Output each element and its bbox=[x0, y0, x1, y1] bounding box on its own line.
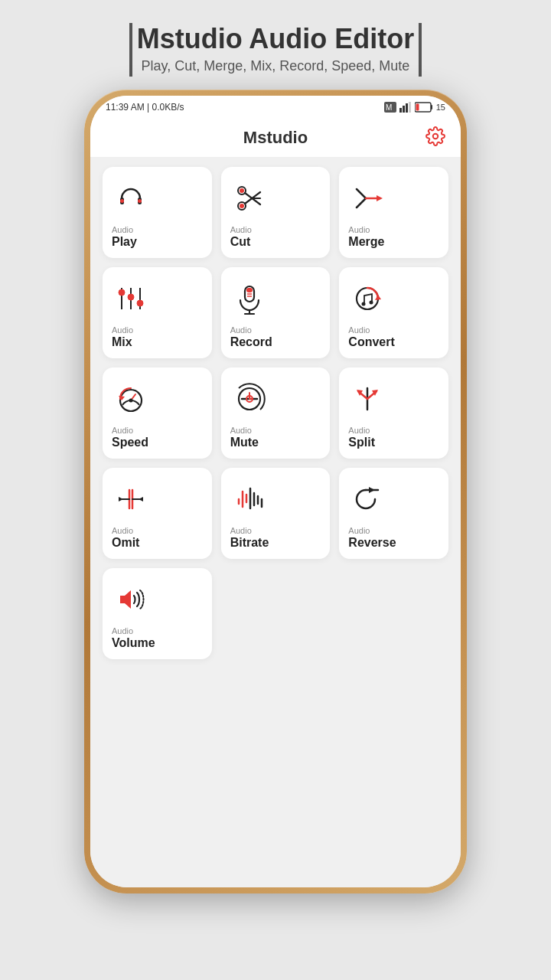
mute-label-main: Mute bbox=[230, 436, 259, 449]
volume-label-main: Volume bbox=[112, 636, 155, 650]
phone-inner: 11:39 AM | 0.0KB/s M bbox=[90, 96, 461, 887]
svg-marker-35 bbox=[375, 295, 381, 300]
merge-icon bbox=[348, 179, 386, 217]
svg-rect-2 bbox=[399, 108, 402, 113]
svg-rect-29 bbox=[246, 288, 253, 292]
svg-rect-3 bbox=[403, 106, 405, 113]
play-label-top: Audio bbox=[112, 225, 133, 234]
split-label-top: Audio bbox=[348, 426, 370, 435]
svg-marker-21 bbox=[377, 195, 383, 201]
svg-point-17 bbox=[240, 188, 244, 193]
svg-rect-12 bbox=[120, 199, 124, 203]
svg-point-40 bbox=[129, 399, 133, 403]
grid-item-mute[interactable]: Audio Mute bbox=[221, 368, 331, 459]
status-time: 11:39 AM | 0.0KB/s bbox=[106, 102, 184, 113]
cut-icon bbox=[230, 179, 269, 217]
record-icon bbox=[230, 279, 269, 318]
grid-item-split[interactable]: Audio Split bbox=[339, 368, 448, 459]
phone-frame: 11:39 AM | 0.0KB/s M bbox=[84, 90, 467, 893]
record-label-top: Audio bbox=[230, 325, 252, 335]
grid-item-record[interactable]: Audio Record bbox=[221, 267, 331, 358]
svg-point-25 bbox=[119, 289, 125, 296]
grid-item-bitrate[interactable]: Audio Bitrate bbox=[221, 468, 331, 559]
mix-label-top: Audio bbox=[112, 325, 133, 335]
volume-label-top: Audio bbox=[112, 626, 133, 635]
grid-item-convert[interactable]: Audio Convert bbox=[339, 267, 448, 358]
play-icon bbox=[112, 179, 150, 217]
bitrate-label-top: Audio bbox=[230, 526, 252, 535]
omit-label-top: Audio bbox=[112, 526, 133, 535]
svg-marker-53 bbox=[139, 497, 143, 501]
cut-label-main: Cut bbox=[230, 235, 251, 249]
svg-point-37 bbox=[370, 301, 373, 305]
bitrate-label-main: Bitrate bbox=[230, 536, 269, 550]
convert-icon bbox=[348, 279, 386, 318]
record-label-main: Record bbox=[230, 335, 272, 349]
svg-point-16 bbox=[240, 204, 244, 208]
grid-item-cut[interactable]: Audio Cut bbox=[221, 167, 331, 258]
svg-point-9 bbox=[433, 134, 439, 139]
reverse-label-main: Reverse bbox=[348, 536, 396, 550]
omit-icon bbox=[112, 480, 150, 518]
grid-item-volume[interactable]: Audio Volume bbox=[103, 568, 212, 659]
grid-item-reverse[interactable]: Audio Reverse bbox=[339, 468, 448, 559]
volume-icon bbox=[112, 580, 150, 619]
signal-icon bbox=[399, 102, 412, 113]
reverse-icon bbox=[348, 480, 386, 518]
app-header: Mstudio bbox=[90, 119, 461, 158]
app-bar-title: Mstudio bbox=[243, 128, 308, 148]
play-label-main: Play bbox=[112, 235, 137, 249]
speed-label-top: Audio bbox=[112, 426, 133, 435]
grid-item-mix[interactable]: Audio Mix bbox=[103, 267, 212, 358]
speed-icon bbox=[112, 380, 150, 418]
svg-rect-5 bbox=[409, 102, 411, 113]
svg-point-23 bbox=[128, 294, 134, 300]
settings-button[interactable] bbox=[425, 126, 445, 149]
mix-label-main: Mix bbox=[112, 335, 132, 349]
settings-icon bbox=[425, 126, 445, 146]
split-icon bbox=[348, 380, 386, 418]
grid-item-play[interactable]: Audio Play bbox=[103, 167, 212, 258]
split-label-main: Split bbox=[348, 436, 375, 449]
page-header: Mstudio Audio Editor Play, Cut, Merge, M… bbox=[91, 0, 461, 90]
merge-label-top: Audio bbox=[348, 225, 370, 234]
svg-point-36 bbox=[362, 302, 366, 306]
cut-label-top: Audio bbox=[230, 225, 252, 234]
grid: Audio Play Audio Cut Audio Merge bbox=[103, 167, 448, 659]
wifi-icon: M bbox=[384, 102, 396, 113]
status-icons: M 15 bbox=[384, 102, 445, 113]
mix-icon bbox=[112, 279, 150, 318]
svg-rect-4 bbox=[406, 103, 408, 113]
grid-item-omit[interactable]: Audio Omit bbox=[103, 468, 212, 559]
mute-label-top: Audio bbox=[230, 426, 252, 435]
speed-label-main: Speed bbox=[112, 436, 148, 449]
merge-label-main: Merge bbox=[348, 235, 384, 249]
grid-item-speed[interactable]: Audio Speed bbox=[103, 368, 212, 459]
status-bar: 11:39 AM | 0.0KB/s M bbox=[90, 96, 461, 119]
convert-label-top: Audio bbox=[348, 325, 370, 335]
page-subtitle: Play, Cut, Merge, Mix, Record, Speed, Mu… bbox=[137, 58, 415, 74]
battery-text: 15 bbox=[436, 103, 445, 112]
svg-rect-13 bbox=[138, 199, 142, 203]
battery-icon bbox=[415, 102, 433, 113]
svg-point-27 bbox=[137, 300, 143, 306]
page-title: Mstudio Audio Editor bbox=[137, 23, 415, 55]
svg-rect-8 bbox=[416, 104, 419, 111]
mute-icon bbox=[230, 380, 269, 418]
svg-marker-52 bbox=[119, 497, 123, 501]
grid-item-merge[interactable]: Audio Merge bbox=[339, 167, 448, 258]
svg-text:M: M bbox=[386, 103, 392, 112]
convert-label-main: Convert bbox=[348, 335, 394, 349]
bitrate-icon bbox=[230, 480, 269, 518]
grid-container: Audio Play Audio Cut Audio Merge bbox=[90, 158, 461, 887]
svg-rect-7 bbox=[431, 105, 432, 109]
reverse-label-top: Audio bbox=[348, 526, 370, 535]
omit-label-main: Omit bbox=[112, 536, 139, 550]
